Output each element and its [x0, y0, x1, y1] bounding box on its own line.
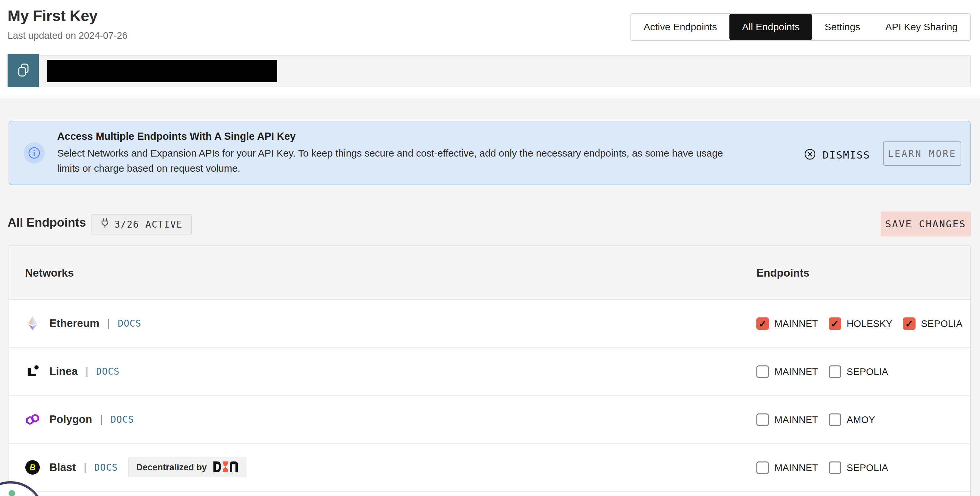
tab-active-endpoints[interactable]: Active Endpoints — [631, 14, 729, 40]
network-name: Polygon — [49, 413, 92, 426]
checkbox-ethereum-mainnet[interactable]: ✓ MAINNET — [756, 317, 818, 330]
checked-checkbox-icon[interactable]: ✓ — [756, 317, 769, 330]
checkbox-blast-sepolia[interactable]: SEPOLIA — [829, 461, 888, 474]
tab-all-endpoints[interactable]: All Endpoints — [729, 14, 812, 40]
unchecked-checkbox-icon[interactable] — [756, 461, 769, 474]
endpoint-label: AMOY — [847, 415, 875, 425]
endpoint-label: SEPOLIA — [921, 318, 963, 329]
docs-link-polygon[interactable]: DOCS — [110, 414, 134, 425]
api-key-field[interactable] — [39, 55, 971, 86]
table-row-ethereum: Ethereum | DOCS ✓ MAINNET ✓ HOLESKY ✓ SE… — [9, 300, 970, 348]
unchecked-checkbox-icon[interactable] — [829, 366, 841, 378]
page-title: My First Key — [8, 6, 97, 25]
unchecked-checkbox-icon[interactable] — [829, 413, 841, 426]
unchecked-checkbox-icon[interactable] — [756, 366, 769, 378]
column-header-endpoints: Endpoints — [756, 246, 809, 300]
separator: | — [107, 317, 110, 329]
separator: | — [84, 461, 86, 473]
separator: | — [100, 413, 103, 425]
din-badge-text: Decentralized by — [136, 463, 207, 473]
networks-table: Networks Endpoints Ethereum | DOCS ✓ MAI… — [8, 245, 971, 496]
endpoint-checkbox-group: ✓ MAINNET ✓ HOLESKY ✓ SEPOLIA — [756, 300, 963, 348]
plug-icon — [101, 218, 109, 231]
checkbox-polygon-mainnet[interactable]: MAINNET — [756, 413, 818, 426]
docs-link-ethereum[interactable]: DOCS — [118, 318, 141, 329]
docs-link-blast[interactable]: DOCS — [94, 462, 118, 473]
endpoint-checkbox-group: MAINNET SEPOLIA — [756, 348, 888, 396]
tab-bar: Active Endpoints All Endpoints Settings … — [630, 13, 971, 41]
separator: | — [86, 366, 88, 377]
banner-body: Select Networks and Expansion APIs for y… — [57, 146, 723, 176]
unchecked-checkbox-icon[interactable] — [829, 461, 841, 474]
table-row-linea: Linea | DOCS MAINNET SEPOLIA — [9, 348, 970, 396]
endpoint-label: HOLESKY — [847, 318, 892, 329]
checkbox-polygon-amoy[interactable]: AMOY — [829, 413, 875, 426]
network-name: Blast — [49, 461, 76, 474]
api-key-redacted-value — [47, 60, 277, 82]
section-heading: All Endpoints — [8, 216, 86, 230]
endpoint-label: SEPOLIA — [847, 366, 888, 377]
save-changes-button[interactable]: SAVE CHANGES — [881, 211, 971, 237]
learn-more-button[interactable]: LEARN MORE — [883, 141, 961, 166]
content-area: Access Multiple Endpoints With A Single … — [0, 98, 980, 496]
checkbox-blast-mainnet[interactable]: MAINNET — [756, 461, 818, 474]
network-name: Linea — [49, 365, 78, 378]
last-updated-text: Last updated on 2024-07-26 — [8, 30, 127, 41]
active-badge-label: 3/26 ACTIVE — [115, 219, 183, 230]
endpoint-checkbox-group: MAINNET SEPOLIA — [756, 444, 888, 492]
checked-checkbox-icon[interactable]: ✓ — [829, 317, 841, 330]
active-endpoints-badge: 3/26 ACTIVE — [91, 214, 192, 235]
tab-settings[interactable]: Settings — [812, 14, 872, 40]
checkbox-linea-sepolia[interactable]: SEPOLIA — [829, 366, 888, 378]
copy-icon — [16, 62, 30, 79]
dismiss-circle-x-icon — [803, 148, 816, 162]
din-logo-icon — [212, 460, 239, 475]
ethereum-logo-icon — [25, 316, 40, 331]
column-header-networks: Networks — [25, 246, 74, 300]
svg-text:B: B — [30, 463, 35, 472]
blast-logo-icon: B — [25, 460, 40, 475]
table-row-polygon: Polygon | DOCS MAINNET AMOY — [9, 396, 970, 444]
endpoint-label: MAINNET — [775, 366, 818, 377]
table-header: Networks Endpoints — [9, 246, 970, 300]
dismiss-label: DISMISS — [822, 149, 870, 161]
endpoint-label: SEPOLIA — [847, 463, 888, 473]
online-status-dot — [8, 490, 15, 496]
endpoint-label: MAINNET — [775, 415, 818, 425]
endpoint-checkbox-group: MAINNET AMOY — [756, 396, 875, 444]
checkbox-linea-mainnet[interactable]: MAINNET — [756, 366, 818, 378]
checkbox-ethereum-holesky[interactable]: ✓ HOLESKY — [829, 317, 892, 330]
checkbox-ethereum-sepolia[interactable]: ✓ SEPOLIA — [903, 317, 963, 330]
dismiss-button[interactable]: DISMISS — [803, 148, 870, 162]
banner-title: Access Multiple Endpoints With A Single … — [57, 130, 296, 142]
page-header: My First Key Last updated on 2024-07-26 … — [0, 0, 980, 97]
polygon-logo-icon — [25, 412, 40, 427]
tab-api-key-sharing[interactable]: API Key Sharing — [873, 14, 970, 40]
docs-link-linea[interactable]: DOCS — [96, 366, 119, 377]
linea-logo-icon — [25, 364, 40, 379]
table-row-blast: B Blast | DOCS Decentralized by — [9, 444, 970, 492]
endpoint-label: MAINNET — [775, 463, 818, 473]
info-banner: Access Multiple Endpoints With A Single … — [8, 121, 971, 185]
banner-body-line2: limits or charge based on request volume… — [57, 161, 723, 176]
decentralized-by-din-badge: Decentralized by — [128, 458, 246, 477]
copy-api-key-button[interactable] — [8, 54, 39, 87]
unchecked-checkbox-icon[interactable] — [756, 413, 769, 426]
endpoint-label: MAINNET — [775, 318, 818, 329]
info-icon — [24, 142, 45, 164]
banner-body-line1: Select Networks and Expansion APIs for y… — [57, 146, 723, 161]
network-name: Ethereum — [49, 317, 99, 329]
checked-checkbox-icon[interactable]: ✓ — [903, 317, 916, 330]
